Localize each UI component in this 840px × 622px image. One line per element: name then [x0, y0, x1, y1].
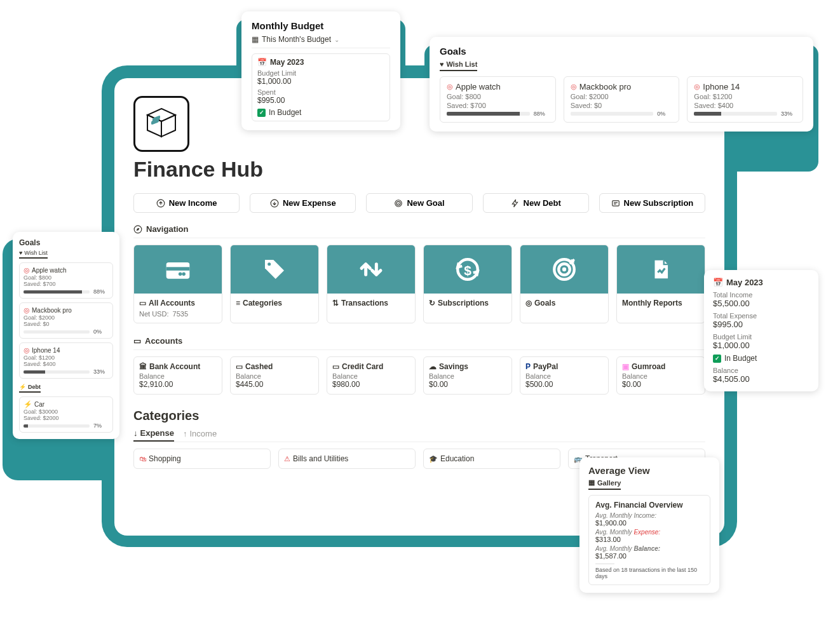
target-icon: ◎ — [694, 83, 700, 91]
goal-label: Goal: $1200 — [24, 355, 109, 361]
balance-value: $445.00 — [236, 380, 313, 389]
new-subscription-button[interactable]: New Subscription — [599, 193, 705, 213]
goal-target-icon — [551, 256, 578, 283]
tab-expense[interactable]: ↓Expense — [133, 428, 174, 442]
svg-point-14 — [182, 273, 186, 276]
net-usd-label: Net USD: — [139, 310, 168, 318]
bolt-icon: ⚡ — [24, 400, 32, 409]
goals-sidebar: Goals ♥Wish List ◎Apple watch Goal: $800… — [13, 232, 119, 439]
calendar-icon: 📅 — [713, 278, 723, 287]
saved-label: Saved: $400 — [24, 361, 109, 367]
account-tile-cashed[interactable]: ▭Cashed Balance $445.00 — [230, 356, 319, 395]
nav-tile-categories[interactable]: ≡Categories — [230, 245, 319, 323]
chevron-down-icon: ⌄ — [334, 36, 339, 43]
goals-heading: Goals — [440, 46, 803, 57]
goal-label: Goal: $2000 — [571, 93, 673, 100]
new-income-button[interactable]: New Income — [133, 193, 240, 213]
goal-label: Goal: $800 — [24, 274, 109, 281]
balance-value: $0.00 — [622, 380, 700, 389]
average-view-popup: Average View ▦Gallery Avg. Financial Ove… — [579, 457, 719, 593]
account-tile-paypal[interactable]: PPayPal Balance $500.00 — [520, 356, 609, 395]
budget-limit: $1,000.00 — [713, 341, 810, 350]
status-label: In Budget — [724, 354, 757, 363]
goal-item-macbook[interactable]: ◎Mackbook pro Goal: $2000 Saved: $0 0% — [564, 76, 680, 123]
action-button-row: New Income New Expense New Goal New Debt… — [133, 193, 705, 213]
tab-income-label: Income — [189, 429, 217, 438]
new-expense-button[interactable]: New Expense — [250, 193, 356, 213]
nav-tile-goals[interactable]: ◎Goals — [520, 245, 609, 323]
average-inner-card[interactable]: Avg. Financial Overview Avg. Monthly Inc… — [588, 495, 710, 585]
balance-label: Balance — [713, 367, 810, 374]
sidebar-goal-iphone[interactable]: ◎Iphone 14 Goal: $1200 Saved: $400 33% — [19, 342, 113, 379]
bolt-icon: ⚡ — [19, 384, 26, 390]
sidebar-tab-debt[interactable]: ⚡Debt — [19, 384, 41, 393]
account-tile-savings[interactable]: ☁Savings Balance $0.00 — [423, 356, 512, 395]
new-goal-button[interactable]: New Goal — [366, 193, 472, 213]
target-icon: ◎ — [571, 83, 577, 91]
account-tile-credit[interactable]: ▭Credit Card Balance $980.00 — [327, 356, 416, 395]
card-icon: ▭ — [332, 362, 339, 371]
account-tile-bank[interactable]: 🏛Bank Account Balance $2,910.00 — [133, 356, 222, 395]
goal-item-iphone[interactable]: ◎Iphone 14 Goal: $1200 Saved: $400 33% — [687, 76, 803, 123]
page-title: Finance Hub — [133, 157, 705, 182]
education-icon: 🎓 — [429, 455, 438, 463]
refresh-list-icon — [611, 199, 620, 208]
new-subscription-label: New Subscription — [624, 198, 694, 208]
svg-rect-10 — [612, 200, 619, 205]
goal-name: Mackbook pro — [579, 82, 632, 91]
debt-name: Car — [34, 401, 44, 408]
tab-wish-list[interactable]: ♥Wish List — [440, 60, 477, 71]
categories-tabs: ↓Expense ↑Income — [133, 428, 705, 442]
category-label: Bills and Utilities — [293, 454, 348, 463]
balance: $4,505.00 — [713, 374, 810, 384]
budget-tab[interactable]: ▦ This Month's Budget ⌄ — [252, 35, 390, 48]
navigation-heading: Navigation — [146, 224, 188, 234]
tab-income[interactable]: ↑Income — [183, 428, 217, 442]
sidebar-goal-macbook[interactable]: ◎Mackbook pro Goal: $2000 Saved: $0 0% — [19, 302, 113, 339]
avg-footer: Based on 18 transactions in the last 150… — [595, 567, 703, 579]
accounts-row: 🏛Bank Account Balance $2,910.00 ▭Cashed … — [133, 356, 705, 395]
budget-inner-card[interactable]: 📅May 2023 Budget Limit $1,000.00 Spent $… — [252, 53, 390, 121]
goal-item-apple-watch[interactable]: ◎Apple watch Goal: $800 Saved: $700 88% — [440, 76, 556, 123]
avg-income: $1,900.00 — [595, 519, 703, 527]
avg-expense-label: Avg. Monthly Expense: — [595, 529, 703, 536]
balance-value: $0.00 — [429, 380, 506, 389]
progress-pct: 7% — [93, 423, 109, 429]
app-logo — [133, 96, 189, 152]
sidebar-debt-car[interactable]: ⚡Car Goal: $30000 Saved: $2000 7% — [19, 396, 113, 433]
total-expense-label: Total Expense — [713, 312, 810, 320]
category-bills[interactable]: ⚠Bills and Utilities — [278, 449, 416, 469]
arrow-up-circle-icon — [156, 199, 165, 208]
category-shopping[interactable]: 🛍Shopping — [133, 449, 271, 469]
svg-text:$: $ — [464, 263, 471, 278]
nav-tile-subscriptions[interactable]: $ ↻Subscriptions — [423, 245, 512, 323]
goal-label: Goal: $2000 — [24, 314, 109, 321]
account-label: Savings — [439, 362, 468, 371]
balance-value: $2,910.00 — [139, 380, 217, 389]
tab-gallery[interactable]: ▦Gallery — [588, 478, 621, 490]
cycle-dollar-icon: $ — [454, 256, 481, 283]
category-education[interactable]: 🎓Education — [423, 449, 560, 469]
goal-name: Mackbook pro — [32, 307, 72, 314]
progress-pct: 0% — [93, 328, 109, 335]
goals-items-row: ◎Apple watch Goal: $800 Saved: $700 88% … — [440, 76, 803, 123]
goals-popup: Goals ♥Wish List ◎Apple watch Goal: $800… — [430, 37, 813, 132]
nav-tile-transactions[interactable]: ⇅Transactions — [327, 245, 416, 323]
budget-spent-label: Spent — [257, 88, 384, 96]
credit-card-icon — [164, 255, 192, 283]
nav-tile-all-accounts[interactable]: ▭All Accounts Net USD: 7535 — [133, 245, 222, 323]
new-debt-button[interactable]: New Debt — [483, 193, 589, 213]
wallet-icon: ▭ — [133, 336, 141, 346]
account-tile-gumroad[interactable]: ▣Gumroad Balance $0.00 — [616, 356, 705, 395]
balance-label: Balance — [622, 372, 700, 380]
category-label: Education — [440, 454, 474, 463]
piggy-icon: ☁ — [429, 362, 437, 371]
sidebar-goal-apple-watch[interactable]: ◎Apple watch Goal: $800 Saved: $700 88% — [19, 262, 113, 299]
nav-tile-label: Goals — [534, 299, 555, 308]
cash-icon: ▭ — [236, 362, 243, 371]
month-summary-popup: 📅May 2023 Total Income $5,500.00 Total E… — [704, 270, 818, 391]
sidebar-tab-wish-list[interactable]: ♥Wish List — [19, 250, 48, 259]
wish-list-label: Wish List — [447, 60, 478, 68]
nav-tile-monthly-reports[interactable]: Monthly Reports — [616, 245, 705, 323]
account-label: Bank Account — [149, 362, 200, 371]
